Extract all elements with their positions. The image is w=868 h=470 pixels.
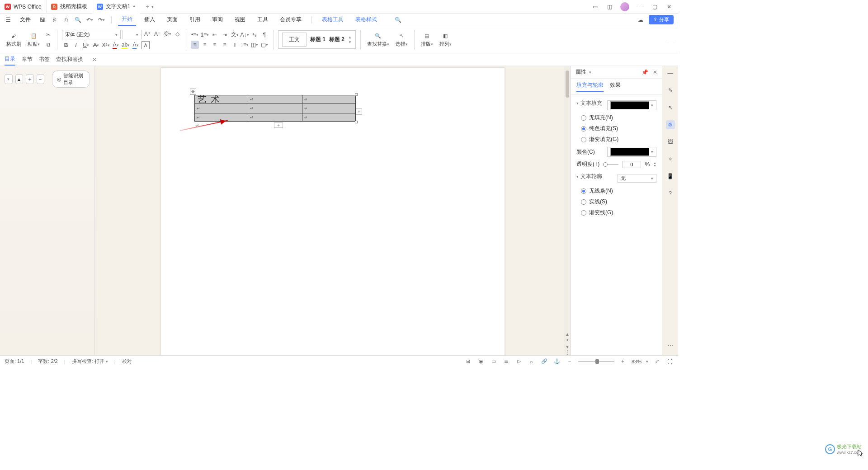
opacity-slider[interactable] [603,164,618,165]
arrange-button[interactable]: ◧ 排列▾ [438,31,453,48]
borders-icon[interactable]: ▢▾ [260,41,269,49]
menu-table-tools[interactable]: 表格工具 [318,14,347,25]
table[interactable]: ✥ 艺 术 ↵ ↵ ↵ ↵ ↵ ↵ [194,95,356,122]
ribbon-collapse-icon[interactable]: — [668,37,674,43]
table-cell[interactable]: ↵ [302,95,356,103]
scroll-down-icon[interactable]: ▾ [565,344,570,349]
nav-add-button[interactable]: ＋ [26,74,34,84]
scrollbar-thumb[interactable] [566,70,569,98]
nav-tab-bookmark[interactable]: 书签 [39,54,50,65]
menu-table-style[interactable]: 表格样式 [352,14,381,25]
radio-gradient-line[interactable]: 渐变线(G) [581,209,656,216]
nav-remove-button[interactable]: － [37,74,45,84]
sort-icon[interactable]: A↓▾ [241,31,249,39]
decrease-font-icon[interactable]: A⁻ [153,30,161,38]
avatar[interactable] [620,2,629,11]
vertical-scrollbar[interactable]: ▴ • ▾ ⋮ [564,66,571,355]
tab-wps-office[interactable]: W WPS Office [0,0,47,14]
cube-icon[interactable]: ◫ [606,3,613,10]
menu-page[interactable]: 页面 [163,14,181,25]
undo-icon[interactable]: ↶▾ [86,16,93,24]
align-left-icon[interactable]: ≡ [191,41,199,49]
nav-tab-toc[interactable]: 目录 [5,53,15,66]
zoom-slider[interactable] [578,361,614,362]
prop-tab-fill[interactable]: 填充与轮廓 [576,81,604,92]
align-center-icon[interactable]: ≡ [201,41,209,49]
pin-icon[interactable]: 📌 [642,69,648,75]
hamburger-icon[interactable]: ☰ [5,16,12,24]
para-shading-icon[interactable]: ◫▾ [250,41,259,49]
table-add-row-button[interactable]: ＋ [274,122,283,128]
numbering-icon[interactable]: 1≡▾ [201,31,209,39]
table-cell[interactable]: ↵ [302,103,356,113]
preview-icon[interactable]: 🔍 [74,16,81,24]
more-icon[interactable]: ⋯ [666,341,675,350]
tab-close-icon[interactable]: • [133,4,135,10]
table-cell[interactable]: ↵ [302,113,356,122]
style-scroll-down[interactable]: ▼ [348,40,352,44]
format-painter-button[interactable]: 🖌 格式刷 [5,31,23,48]
selection-handle[interactable] [355,93,358,96]
phonetic-icon[interactable]: 变▾ [163,30,171,38]
show-marks-icon[interactable]: ¶ [260,31,269,39]
table-add-column-button[interactable]: ＋ [356,108,362,115]
selection-handle[interactable] [355,121,358,123]
tool2-icon[interactable]: ⚓ [553,357,561,366]
pen-icon[interactable]: ✎ [666,86,675,95]
fill-preview-dropdown[interactable]: ▾ [607,100,656,110]
radio-solid-line[interactable]: 实线(S) [581,198,656,206]
search-icon[interactable]: 🔍 [394,16,401,24]
strikethrough-icon[interactable]: A̶▾ [92,41,100,49]
zoom-out-icon[interactable]: − [566,357,574,366]
status-page[interactable]: 页面: 1/1 [5,358,24,365]
book-icon[interactable]: ▭ [591,3,599,10]
expand-view-icon[interactable]: ⛶ [665,357,674,366]
font-color-icon[interactable]: A▾ [112,41,120,49]
fit-icon[interactable]: ⤢ [653,357,661,366]
table-cell[interactable]: ↵ [195,103,248,113]
menu-reference[interactable]: 引用 [186,14,204,25]
layout-button[interactable]: ▤ 排版▾ [419,31,435,48]
prop-tab-effect[interactable]: 效果 [610,81,621,92]
superscript-icon[interactable]: X²▾ [102,41,110,49]
line-spacing-icon[interactable]: ↕≡▾ [241,41,249,49]
menu-vip[interactable]: 会员专享 [276,14,305,25]
cut-icon[interactable]: ✂ [44,31,52,39]
font-size-select[interactable]: ▾ [123,30,142,39]
properties-tool-icon[interactable]: ⚙ [666,120,675,129]
outline-dropdown[interactable]: 无▾ [618,174,656,183]
minimize-icon[interactable]: — [637,3,644,10]
select-button[interactable]: ↖ 选择▾ [394,31,410,48]
print-icon[interactable]: ⎙ [62,16,70,24]
menu-insert[interactable]: 插入 [141,14,159,25]
tab-add-button[interactable]: ＋ ▾ [140,3,158,10]
nav-dropdown-button[interactable]: ▾ [5,74,13,84]
maximize-icon[interactable]: ▢ [651,3,658,10]
scroll-dot-icon[interactable]: • [565,338,570,343]
find-replace-button[interactable]: 🔍 查找替换▾ [365,31,391,48]
shading-icon[interactable]: A▾ [132,41,140,49]
nav-tab-findreplace[interactable]: 查找和替换 [56,54,83,65]
radio-solid-fill[interactable]: 纯色填充(S) [581,125,656,132]
table-move-handle[interactable]: ✥ [190,89,196,95]
menu-tool[interactable]: 工具 [254,14,272,25]
nav-tab-chapter[interactable]: 章节 [22,54,33,65]
paste-button[interactable]: 📋 粘贴▾ [26,31,42,48]
pointer-tool-icon[interactable]: ↖ [666,103,675,112]
radio-no-line[interactable]: 无线条(N) [581,187,656,195]
opacity-spinner[interactable]: ▲▼ [653,162,656,167]
menu-home[interactable]: 开始 [118,14,136,26]
char-border-icon[interactable]: A [142,41,150,49]
tool1-icon[interactable]: 🔗 [540,357,548,366]
table-cell[interactable]: ↵ [248,113,302,122]
document-page[interactable]: ✥ 艺 术 ↵ ↵ ↵ ↵ ↵ ↵ [161,68,505,355]
nav-close-icon[interactable]: ✕ [92,56,97,63]
bullets-icon[interactable]: •≡▾ [191,31,199,39]
scroll-up-icon[interactable]: ▴ [565,332,570,336]
style-normal[interactable]: 正文 [282,33,307,47]
increase-indent-icon[interactable]: ⇥ [221,31,229,39]
link-icon[interactable]: ⎘ [51,16,58,24]
distribute-icon[interactable]: ⫴ [231,41,239,49]
table-cell[interactable]: ↵ [248,103,302,113]
outline-view-icon[interactable]: ≣ [502,357,510,366]
